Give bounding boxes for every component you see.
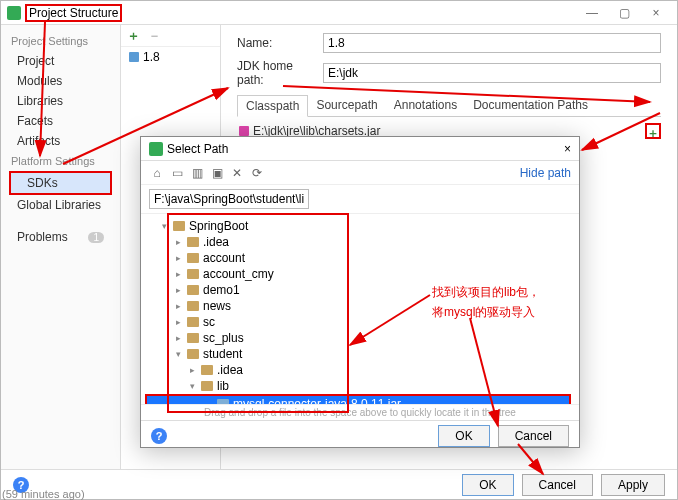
- titlebar: Project Structure — ▢ ×: [1, 1, 677, 25]
- tree-item-label: lib: [217, 379, 229, 393]
- main-cancel-button[interactable]: Cancel: [522, 474, 593, 496]
- hide-path-link[interactable]: Hide path: [520, 166, 571, 180]
- jdk-home-label: JDK home path:: [237, 59, 317, 87]
- folder-icon: [187, 269, 199, 279]
- sdk-item-18[interactable]: 1.8: [121, 47, 220, 67]
- sdk-name-input[interactable]: [323, 33, 661, 53]
- jdk-home-input[interactable]: [323, 63, 661, 83]
- name-label: Name:: [237, 36, 317, 50]
- tree-row[interactable]: ▸account: [145, 250, 571, 266]
- jdk-icon: [129, 52, 139, 62]
- tree-item-label: .idea: [203, 235, 229, 249]
- new-folder-icon[interactable]: ▣: [209, 165, 225, 181]
- tree-row[interactable]: ▾lib: [145, 378, 571, 394]
- close-button[interactable]: ×: [641, 4, 671, 22]
- tree-item-label: account: [203, 251, 245, 265]
- caret-icon: ▸: [173, 301, 183, 311]
- tree-item-label: account_cmy: [203, 267, 274, 281]
- tree-item-label: sc_plus: [203, 331, 244, 345]
- tab-classpath[interactable]: Classpath: [237, 95, 308, 117]
- problems-badge: 1: [88, 232, 104, 243]
- app-icon: [7, 6, 21, 20]
- tree-row[interactable]: ▸.idea: [145, 234, 571, 250]
- caret-icon: ▾: [159, 221, 169, 231]
- folder-icon: [173, 221, 185, 231]
- tree-row[interactable]: ▸account_cmy: [145, 266, 571, 282]
- tree-item-label: sc: [203, 315, 215, 329]
- tree-row[interactable]: ▸.idea: [145, 362, 571, 378]
- delete-icon[interactable]: ✕: [229, 165, 245, 181]
- main-apply-button[interactable]: Apply: [601, 474, 665, 496]
- tree-row[interactable]: ▸news: [145, 298, 571, 314]
- sidebar-item-project[interactable]: Project: [1, 51, 120, 71]
- tree-row[interactable]: ▸demo1: [145, 282, 571, 298]
- folder-icon: [187, 237, 199, 247]
- file-icon: [217, 399, 229, 404]
- folder-icon: [201, 365, 213, 375]
- add-classpath-icon[interactable]: ＋: [645, 123, 661, 139]
- sidebar: Project Settings Project Modules Librari…: [1, 25, 121, 469]
- select-path-dialog: Select Path × ⌂ ▭ ▥ ▣ ✕ ⟳ Hide path ▾Spr…: [140, 136, 580, 448]
- caret-icon: ▾: [173, 349, 183, 359]
- tree-item-label: SpringBoot: [189, 219, 248, 233]
- folder-icon: [187, 333, 199, 343]
- tree-item-label: .idea: [217, 363, 243, 377]
- folder-icon: [187, 253, 199, 263]
- sidebar-item-artifacts[interactable]: Artifacts: [1, 131, 120, 151]
- caret-icon: ▸: [173, 317, 183, 327]
- home-icon[interactable]: ⌂: [149, 165, 165, 181]
- caret-icon: ▸: [173, 237, 183, 247]
- add-sdk-icon[interactable]: ＋: [127, 27, 140, 45]
- tree-item-label: mysql-connector-java-8.0.11.jar: [233, 397, 401, 404]
- main-ok-button[interactable]: OK: [462, 474, 513, 496]
- caret-icon: ▸: [173, 333, 183, 343]
- tree-item-label: news: [203, 299, 231, 313]
- refresh-icon[interactable]: ⟳: [249, 165, 265, 181]
- tree-row[interactable]: ▾student: [145, 346, 571, 362]
- dialog-title: Select Path: [167, 142, 228, 156]
- caret-icon: ▸: [173, 253, 183, 263]
- maximize-button[interactable]: ▢: [609, 4, 639, 22]
- sidebar-item-global-libraries[interactable]: Global Libraries: [1, 195, 120, 215]
- file-tree[interactable]: ▾SpringBoot▸.idea▸account▸account_cmy▸de…: [141, 214, 579, 404]
- sidebar-item-facets[interactable]: Facets: [1, 111, 120, 131]
- folder-icon: [187, 317, 199, 327]
- project-icon[interactable]: ▥: [189, 165, 205, 181]
- path-input[interactable]: [149, 189, 309, 209]
- tree-row[interactable]: ▾SpringBoot: [145, 218, 571, 234]
- main-button-bar: ? OK Cancel Apply: [1, 469, 677, 499]
- tree-row-selected[interactable]: mysql-connector-java-8.0.11.jar: [145, 394, 571, 404]
- tree-item-label: student: [203, 347, 242, 361]
- tab-documentation-paths[interactable]: Documentation Paths: [465, 95, 596, 116]
- sidebar-item-libraries[interactable]: Libraries: [1, 91, 120, 111]
- sdk-tabs: Classpath Sourcepath Annotations Documen…: [237, 95, 661, 117]
- sidebar-item-sdks[interactable]: SDKs: [9, 171, 112, 195]
- status-bar-text: (59 minutes ago): [2, 488, 85, 500]
- sidebar-item-problems[interactable]: Problems 1: [1, 227, 120, 247]
- caret-icon: ▸: [173, 269, 183, 279]
- window-title: Project Structure: [25, 4, 122, 22]
- sidebar-item-modules[interactable]: Modules: [1, 71, 120, 91]
- dialog-cancel-button[interactable]: Cancel: [498, 425, 569, 447]
- tree-item-label: demo1: [203, 283, 240, 297]
- dialog-close-icon[interactable]: ×: [564, 142, 571, 156]
- remove-sdk-icon[interactable]: －: [148, 27, 161, 45]
- jar-icon: [239, 126, 249, 136]
- drag-hint: Drag and drop a file into the space abov…: [141, 404, 579, 420]
- sidebar-group-platform-settings: Platform Settings: [1, 151, 120, 171]
- dialog-help-icon[interactable]: ?: [151, 428, 167, 444]
- dialog-icon: [149, 142, 163, 156]
- folder-icon: [187, 349, 199, 359]
- tree-row[interactable]: ▸sc_plus: [145, 330, 571, 346]
- folder-icon: [187, 301, 199, 311]
- sidebar-group-project-settings: Project Settings: [1, 31, 120, 51]
- folder-icon: [187, 285, 199, 295]
- dialog-ok-button[interactable]: OK: [438, 425, 489, 447]
- desktop-icon[interactable]: ▭: [169, 165, 185, 181]
- caret-icon: ▾: [187, 381, 197, 391]
- tab-annotations[interactable]: Annotations: [386, 95, 465, 116]
- tab-sourcepath[interactable]: Sourcepath: [308, 95, 385, 116]
- minimize-button[interactable]: —: [577, 4, 607, 22]
- tree-row[interactable]: ▸sc: [145, 314, 571, 330]
- folder-icon: [201, 381, 213, 391]
